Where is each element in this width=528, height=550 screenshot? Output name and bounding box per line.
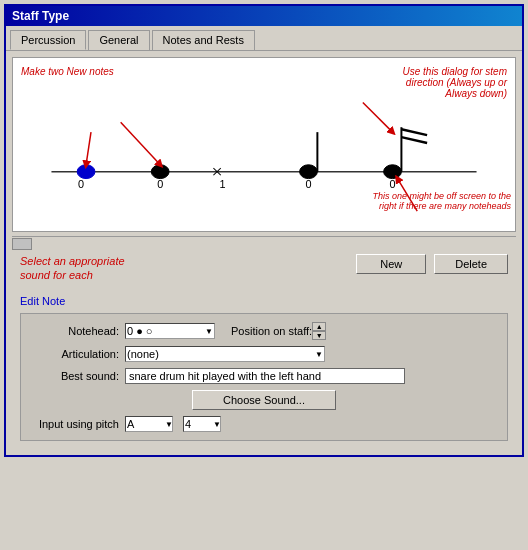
position-spinner[interactable]: ▲ ▼ (312, 322, 326, 340)
bottom-section: Select an appropriate sound for each New… (12, 250, 516, 449)
svg-point-2 (151, 165, 169, 179)
best-sound-input[interactable] (125, 368, 405, 384)
articulation-row: Articulation: (none) (29, 346, 499, 362)
horizontal-scrollbar[interactable] (12, 236, 516, 250)
staff-type-window: Staff Type Percussion General Notes and … (4, 4, 524, 457)
tab-notes-and-rests[interactable]: Notes and Rests (152, 30, 255, 50)
octave-select[interactable]: 4 3 5 (183, 416, 221, 432)
annotation-offscreen: This one might be off screen to the righ… (371, 191, 511, 211)
octave-select-wrapper: 4 3 5 (183, 416, 223, 432)
new-delete-row: New Delete (356, 254, 508, 274)
annotation-stem-direction: Use this dialog for stem direction (Alwa… (377, 66, 507, 99)
window-title: Staff Type (12, 9, 69, 23)
svg-line-15 (86, 132, 91, 165)
articulation-select[interactable]: (none) (125, 346, 325, 362)
tab-general[interactable]: General (88, 30, 149, 50)
best-sound-row: Best sound: (29, 368, 499, 384)
title-bar: Staff Type (6, 6, 522, 26)
svg-text:0: 0 (157, 178, 163, 190)
pitch-select-wrapper: A B C D E F G (125, 416, 175, 432)
svg-line-9 (401, 137, 427, 143)
scrollbar-thumb[interactable] (12, 238, 32, 250)
edit-note-form: Notehead: 0 ● ○ 1 × Position on staff: ▲… (20, 313, 508, 441)
pitch-select[interactable]: A B C D E F G (125, 416, 173, 432)
svg-text:0: 0 (389, 178, 395, 190)
annotation-make-two: Make two New notes (21, 66, 114, 77)
select-sound-label: Select an appropriate sound for each (20, 254, 125, 283)
svg-text:1: 1 (219, 178, 225, 190)
svg-point-6 (384, 165, 402, 179)
tab-bar: Percussion General Notes and Rests (6, 26, 522, 51)
position-label: Position on staff: (231, 325, 312, 337)
tab-percussion[interactable]: Percussion (10, 30, 86, 50)
articulation-select-wrapper: (none) (125, 346, 325, 362)
notehead-row: Notehead: 0 ● ○ 1 × Position on staff: ▲… (29, 322, 499, 340)
best-sound-label: Best sound: (29, 370, 119, 382)
svg-text:0: 0 (78, 178, 84, 190)
svg-text:0: 0 (305, 178, 311, 190)
position-up[interactable]: ▲ (312, 322, 326, 331)
delete-button[interactable]: Delete (434, 254, 508, 274)
content-area: × 0 0 1 0 0 (6, 51, 522, 455)
position-down[interactable]: ▼ (312, 331, 326, 340)
articulation-label: Articulation: (29, 348, 119, 360)
diagram-box: × 0 0 1 0 0 (12, 57, 516, 232)
notehead-label: Notehead: (29, 325, 119, 337)
svg-line-16 (121, 122, 161, 165)
new-button[interactable]: New (356, 254, 426, 274)
svg-line-8 (401, 129, 427, 135)
svg-point-4 (300, 165, 318, 179)
input-pitch-label: Input using pitch (29, 418, 119, 430)
pitch-row: Input using pitch A B C D E F G (29, 416, 499, 432)
choose-sound-button[interactable]: Choose Sound... (192, 390, 336, 410)
notehead-select[interactable]: 0 ● ○ 1 × (125, 323, 215, 339)
svg-point-1 (77, 165, 95, 179)
notehead-select-wrapper: 0 ● ○ 1 × (125, 323, 215, 339)
edit-note-label[interactable]: Edit Note (20, 295, 508, 307)
svg-line-17 (363, 102, 393, 132)
